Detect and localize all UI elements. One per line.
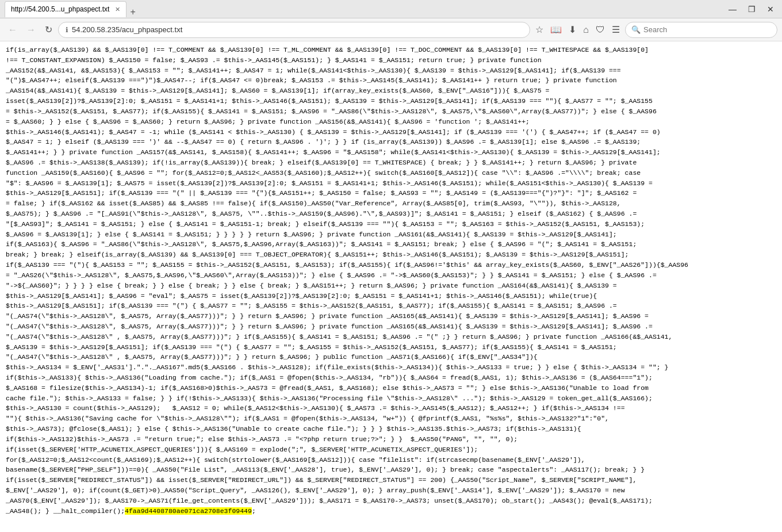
refresh-button[interactable]: ↻ bbox=[41, 22, 56, 37]
reader-view-button[interactable]: 📖 bbox=[547, 22, 565, 37]
file-content[interactable]: if(is_array($_AAS139) && $_AAS139[0] !==… bbox=[0, 41, 782, 532]
address-text: 54.200.58.235/acu_phpaspect.txt bbox=[72, 25, 523, 34]
new-tab-button[interactable]: + bbox=[126, 7, 139, 17]
title-bar-left: http://54.200.5...u_phpaspect.txt ✕ + bbox=[5, 1, 139, 17]
shield-button[interactable]: 🛡 bbox=[593, 22, 608, 37]
minimize-button[interactable]: — bbox=[725, 3, 740, 15]
tab-area: http://54.200.5...u_phpaspect.txt ✕ + bbox=[5, 1, 139, 17]
nav-actions: ☆ 📖 ⬇ ⌂ 🛡 ☰ bbox=[532, 22, 623, 37]
title-bar: http://54.200.5...u_phpaspect.txt ✕ + — … bbox=[0, 0, 782, 18]
browser-tab[interactable]: http://54.200.5...u_phpaspect.txt ✕ bbox=[5, 1, 126, 17]
menu-button[interactable]: ☰ bbox=[609, 22, 623, 37]
forward-button[interactable]: → bbox=[23, 22, 39, 37]
bookmark-button[interactable]: ☆ bbox=[532, 22, 546, 37]
back-button[interactable]: ← bbox=[5, 22, 21, 37]
search-box[interactable]: 🔍 bbox=[625, 22, 777, 38]
search-input[interactable] bbox=[643, 25, 771, 34]
tab-title: http://54.200.5...u_phpaspect.txt bbox=[11, 5, 109, 13]
highlighted-hash: 4faa9d4408780ae071ca2708e3f09449 bbox=[125, 507, 252, 515]
title-bar-controls: — ❐ ✕ bbox=[725, 3, 777, 15]
navigation-bar: ← → ↻ ℹ 54.200.58.235/acu_phpaspect.txt … bbox=[0, 18, 782, 41]
close-button[interactable]: ✕ bbox=[764, 3, 777, 15]
address-bar[interactable]: ℹ 54.200.58.235/acu_phpaspect.txt bbox=[58, 22, 530, 38]
tab-close-button[interactable]: ✕ bbox=[115, 6, 120, 13]
lock-icon: ℹ bbox=[66, 26, 68, 34]
download-button[interactable]: ⬇ bbox=[566, 22, 579, 37]
search-icon: 🔍 bbox=[631, 25, 641, 34]
maximize-button[interactable]: ❐ bbox=[745, 3, 759, 15]
home-button[interactable]: ⌂ bbox=[580, 22, 592, 37]
